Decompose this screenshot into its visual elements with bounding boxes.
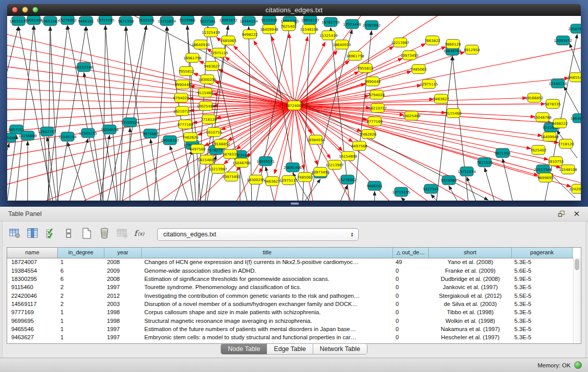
network-node[interactable]: 9671358 [118,16,134,26]
network-node[interactable]: 19384554 [307,135,325,144]
network-node[interactable]: 20691406 [284,163,302,172]
network-edge[interactable] [294,105,304,169]
table-row[interactable]: 1938455462009Genome-wide association stu… [7,266,574,274]
network-edge[interactable] [272,36,294,105]
tab-edge-table[interactable]: Edge Table [267,344,312,354]
network-node[interactable]: 18724007 [285,101,303,110]
table-row[interactable]: 1456911722003Disruption of a novel membe… [7,300,574,308]
network-node[interactable]: 8912954 [464,45,480,54]
network-node[interactable]: 12444154 [239,16,258,26]
memory-indicator[interactable]: Memory: OK [537,361,582,369]
network-edge[interactable] [28,105,294,201]
network-node[interactable]: 16409948 [540,132,559,141]
network-node[interactable]: 12975115 [420,79,438,89]
network-node[interactable]: 12093872 [219,16,237,25]
network-node[interactable]: 5878335 [545,99,560,108]
column-header-out_de[interactable]: △out_de… [393,248,429,258]
network-node[interactable]: 7485063 [220,36,236,45]
network-node[interactable]: 7625402 [280,21,296,31]
network-node[interactable]: 9498222 [552,119,568,128]
network-edge[interactable] [467,177,478,201]
network-node[interactable]: 10025488 [197,101,215,111]
network-node[interactable]: 9860128 [445,39,461,49]
show-columns-button[interactable] [26,228,40,242]
splitter-grip[interactable] [291,203,299,205]
column-header-title[interactable]: title [142,248,393,258]
network-node[interactable]: 9215958 [261,16,277,25]
select-all-checks-button[interactable] [43,228,58,242]
column-header-short[interactable]: short [429,248,512,258]
network-edge[interactable] [7,42,294,105]
network-edge[interactable] [216,37,294,105]
network-node[interactable]: 16648784 [570,114,581,123]
network-edge[interactable] [7,54,294,105]
network-node[interactable]: 9329966 [179,16,195,25]
network-node[interactable]: 9990448 [175,80,190,89]
network-node[interactable]: 10719195 [96,16,115,25]
network-node[interactable]: 15046768 [533,113,552,122]
network-node[interactable]: 9777169 [177,120,193,129]
network-node[interactable]: 12213987 [209,164,227,173]
column-header-pagerank[interactable]: pagerank [512,248,573,258]
network-node[interactable]: 18300295 [198,75,216,84]
row-height-button[interactable] [61,228,76,242]
table-settings-button[interactable] [8,228,22,242]
network-edge[interactable] [289,34,294,105]
network-node[interactable]: 19166852 [525,93,543,102]
network-node[interactable]: 6497568 [189,144,205,154]
network-edge[interactable] [294,37,308,105]
tab-node-table[interactable]: Node Table [221,344,267,354]
network-node[interactable]: 9227341 [200,16,215,26]
network-node[interactable]: 7615526 [138,16,155,25]
network-node[interactable]: 9227341 [423,184,439,193]
network-node[interactable]: 12975115 [279,176,298,185]
network-node[interactable]: 7663822 [424,36,440,45]
network-node[interactable]: 9671358 [494,148,510,158]
pane-splitter[interactable] [0,201,588,207]
network-node[interactable]: 14035571 [256,157,275,166]
network-node[interactable]: 11325419 [319,31,338,40]
delete-table-button[interactable] [97,228,112,242]
network-edge[interactable] [503,159,514,201]
network-node[interactable]: 15046768 [232,158,251,167]
network-node[interactable]: 12923448 [343,19,361,29]
network-edge[interactable] [68,26,103,201]
function-builder-button[interactable]: f(x) [133,228,147,242]
network-node[interactable]: 15751874 [158,16,176,26]
network-edge[interactable] [86,27,118,201]
network-node[interactable]: 15276002 [58,16,77,25]
network-node[interactable]: 20206556 [100,125,119,134]
network-node[interactable]: 7462626 [360,129,377,139]
network-node[interactable]: 7485063 [297,172,313,182]
network-edge[interactable] [273,105,294,201]
network-node[interactable]: 9777169 [366,117,382,126]
network-node[interactable]: 1810755 [206,127,222,137]
network-edge[interactable] [68,142,88,201]
network-node[interactable]: 20153346 [534,165,552,174]
network-node[interactable]: 16210727 [368,103,387,113]
network-edge[interactable] [294,71,411,105]
float-panel-button[interactable] [558,210,566,217]
network-node[interactable]: 16409948 [260,25,278,34]
network-node[interactable]: 16961758 [183,53,202,62]
network-node[interactable]: 12505135 [79,128,97,138]
network-node[interactable]: 6497568 [351,141,367,150]
network-node[interactable]: 2718120 [558,139,574,148]
network-node[interactable]: 18300295 [247,175,265,184]
table-row[interactable]: 977716911998Corpus callosum shape and si… [7,308,574,316]
network-node[interactable]: 15751874 [458,167,476,176]
network-node[interactable]: 11156869 [7,133,18,142]
table-row[interactable]: 946362711997Embryonic stem cells: a mode… [7,333,574,341]
new-table-button[interactable] [79,228,94,242]
network-node[interactable]: 10973493 [311,167,330,177]
network-node[interactable]: 9465546 [568,73,581,82]
network-node[interactable]: 16154808 [339,151,357,161]
network-node[interactable]: 16154808 [198,155,216,164]
network-node[interactable]: 10973493 [222,172,241,181]
network-node[interactable]: 20691406 [25,16,43,25]
tab-network-table[interactable]: Network Table [313,344,367,354]
network-node[interactable]: 12975115 [210,48,228,57]
network-node[interactable]: 18640910 [333,40,351,49]
network-node[interactable]: 12213987 [325,160,344,169]
network-node[interactable]: 1810755 [548,157,563,166]
